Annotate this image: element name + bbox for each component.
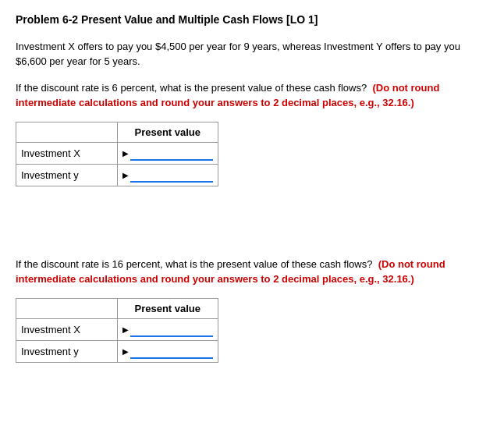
section-gap [16, 210, 488, 257]
section1-empty-header [16, 122, 118, 142]
section2-investment-x-input[interactable] [130, 322, 213, 337]
section1-instruction: If the discount rate is 6 percent, what … [16, 80, 488, 111]
section1-investment-x-input[interactable] [130, 146, 213, 161]
table-row: Investment y ▶ [16, 340, 218, 362]
arrow-icon: ▶ [122, 325, 129, 334]
arrow-icon: ▶ [122, 149, 129, 158]
section2-empty-header [16, 298, 118, 318]
arrow-icon: ▶ [122, 347, 129, 356]
section2-investment-y-value-cell: ▶ [117, 340, 218, 362]
arrow-icon: ▶ [122, 171, 129, 179]
problem-title: Problem 6-2 Present Value and Multiple C… [16, 12, 488, 28]
section1-investment-y-label: Investment y [16, 164, 118, 186]
section1-investment-x-label: Investment X [16, 142, 118, 164]
section2-investment-y-label: Investment y [16, 340, 118, 362]
table-row: Investment X ▶ [16, 142, 218, 164]
section2-instruction: If the discount rate is 16 percent, what… [16, 257, 488, 287]
table-row: Investment X ▶ [16, 318, 218, 340]
section2-investment-x-value-cell: ▶ [117, 318, 218, 340]
section1-investment-y-input[interactable] [130, 168, 213, 183]
section1-investment-x-value-cell: ▶ [117, 142, 218, 164]
section1-instruction-normal: If the discount rate is 6 percent, what … [16, 82, 367, 94]
section2-investment-x-label: Investment X [16, 318, 118, 340]
section1-table-container: Present value Investment X ▶ Investment … [16, 122, 488, 186]
section2-table: Present value Investment X ▶ Investment … [16, 298, 218, 363]
section2-instruction-normal: If the discount rate is 16 percent, what… [16, 258, 372, 270]
section2-investment-y-input[interactable] [130, 344, 213, 359]
section2-present-value-header: Present value [117, 298, 218, 318]
section1-table: Present value Investment X ▶ Investment … [16, 122, 218, 186]
problem-description: Investment X offers to pay you $4,500 pe… [16, 39, 488, 69]
section1-present-value-header: Present value [117, 122, 218, 142]
section1-investment-y-value-cell: ▶ [117, 164, 218, 186]
section2-table-container: Present value Investment X ▶ Investment … [16, 298, 488, 363]
table-row: Investment y ▶ [16, 164, 218, 186]
